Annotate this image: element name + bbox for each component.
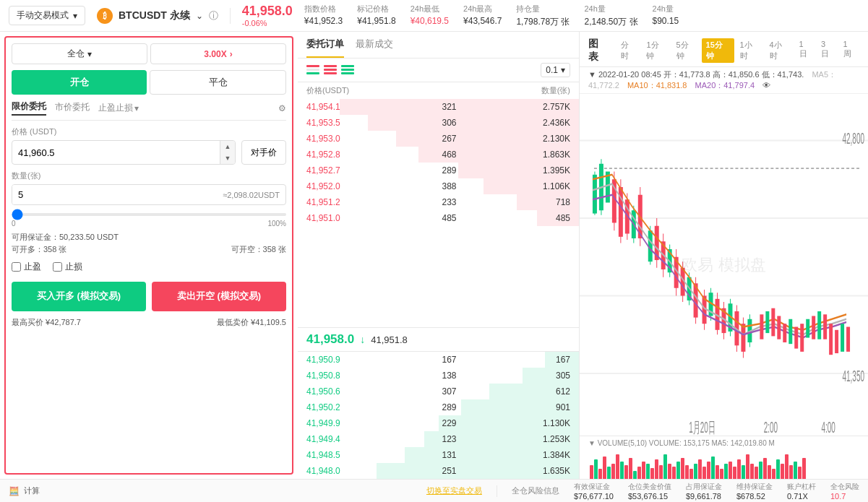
price-decrement-button[interactable]: ▼ bbox=[220, 152, 235, 164]
btc-icon: ₿ bbox=[97, 8, 113, 24]
leverage-button[interactable]: 3.00X › bbox=[150, 43, 286, 64]
mid-price-arrow: ↓ bbox=[360, 334, 365, 345]
volume-bar bbox=[672, 467, 676, 479]
time-btn-3日[interactable]: 3日 bbox=[817, 38, 837, 63]
header-price: 41,958.0 -0.06% bbox=[242, 4, 293, 27]
price-increment-button[interactable]: ▲ bbox=[220, 141, 235, 152]
buy-open-button[interactable]: 买入开多 (模拟交易) bbox=[12, 282, 146, 311]
market-order-tab[interactable]: 市价委托 bbox=[55, 101, 90, 115]
bid-price: 41,949.4 bbox=[306, 433, 357, 446]
recent-trades-tab[interactable]: 最新成交 bbox=[356, 38, 393, 58]
time-btn-分时[interactable]: 分时 bbox=[616, 38, 640, 63]
bid-price: 41,950.9 bbox=[306, 353, 357, 366]
time-btn-1周[interactable]: 1周 bbox=[839, 38, 859, 63]
volume-bar bbox=[637, 467, 641, 479]
open-tab[interactable]: 开仓 bbox=[12, 70, 147, 95]
bid-row[interactable]: 41,950.2 289 901 bbox=[298, 399, 579, 415]
switch-live-link[interactable]: 切换至实盘交易 bbox=[426, 485, 482, 496]
ask-row[interactable]: 41,951.2 233 718 bbox=[298, 194, 579, 210]
svg-rect-60 bbox=[794, 327, 798, 349]
ask-total: 2.757K bbox=[520, 100, 570, 113]
time-btn-5分钟[interactable]: 5分钟 bbox=[672, 38, 700, 63]
chevron-down-icon2[interactable]: ⌄ bbox=[196, 11, 203, 21]
left-top: 全仓 ▾ 3.00X › bbox=[12, 43, 286, 64]
action-buttons: 买入开多 (模拟交易) 卖出开空 (模拟交易) bbox=[12, 282, 286, 311]
chevron-right-icon: › bbox=[230, 49, 233, 59]
stop-order-tab[interactable]: 止盈止损 ▾ bbox=[98, 102, 139, 114]
svg-text:41,350: 41,350 bbox=[843, 368, 864, 385]
ask-row[interactable]: 41,953.5 306 2.436K bbox=[298, 115, 579, 131]
order-type-tabs: 限价委托 市价委托 止盈止损 ▾ ⚙ bbox=[12, 100, 286, 121]
bid-row[interactable]: 41,950.9 167 167 bbox=[298, 352, 579, 368]
tp-checkbox[interactable] bbox=[12, 262, 21, 272]
book-view-asks-icon[interactable] bbox=[324, 65, 337, 75]
svg-rect-62 bbox=[806, 319, 809, 338]
sell-open-button[interactable]: 卖出开空 (模拟交易) bbox=[152, 282, 286, 311]
ask-row[interactable]: 41,952.8 468 1.863K bbox=[298, 147, 579, 163]
time-btn-1小时[interactable]: 1小时 bbox=[736, 38, 764, 63]
delegate-order-tab[interactable]: 委托订单 bbox=[306, 38, 344, 58]
qty-input[interactable] bbox=[12, 185, 217, 204]
eye-icon[interactable]: 👁 bbox=[762, 81, 770, 90]
volume-bar bbox=[594, 459, 598, 479]
bid-row[interactable]: 41,949.9 229 1.130K bbox=[298, 415, 579, 431]
volume-bar bbox=[607, 467, 611, 479]
bid-row[interactable]: 41,950.6 307 612 bbox=[298, 384, 579, 399]
svg-rect-56 bbox=[771, 308, 775, 337]
bid-row[interactable]: 41,948.5 131 1.384K bbox=[298, 447, 579, 463]
qty-slider[interactable] bbox=[12, 213, 286, 216]
time-btn-15分钟[interactable]: 15分钟 bbox=[702, 38, 734, 63]
bid-row[interactable]: 41,950.8 138 305 bbox=[298, 368, 579, 384]
symbol-name: BTCUSDT 永续 bbox=[119, 9, 190, 22]
volume-bar bbox=[616, 454, 619, 479]
calculator-icon[interactable]: 🧮 bbox=[9, 486, 20, 496]
sl-checkbox-label[interactable]: 止损 bbox=[53, 261, 82, 273]
price-input[interactable] bbox=[12, 143, 220, 163]
margin-type-selector[interactable]: 全仓 ▾ bbox=[12, 43, 147, 64]
limit-order-tab[interactable]: 限价委托 bbox=[12, 100, 46, 116]
ask-row[interactable]: 41,951.0 485 485 bbox=[298, 210, 579, 226]
ask-price: 41,954.1 bbox=[306, 100, 357, 113]
volume-bar bbox=[694, 464, 697, 479]
sl-checkbox[interactable] bbox=[53, 262, 62, 272]
bid-row[interactable]: 41,948.0 251 1.635K bbox=[298, 463, 579, 479]
mode-selector[interactable]: 手动交易模式 ▾ bbox=[9, 6, 85, 25]
precision-selector[interactable]: 0.1 ▾ bbox=[541, 63, 570, 77]
account-lever-value: 0.71X bbox=[787, 492, 816, 501]
bid-qty: 307 bbox=[421, 385, 457, 398]
bottom-left-area: 🧮 计算 bbox=[9, 485, 40, 496]
ask-qty: 321 bbox=[421, 100, 457, 113]
close-tab[interactable]: 平仓 bbox=[150, 70, 286, 95]
svg-rect-57 bbox=[777, 316, 781, 339]
stat-oi-label: 持仓量 bbox=[516, 4, 570, 14]
settings-icon[interactable]: ⚙ bbox=[278, 103, 286, 113]
stat-vol-label: 24h量 bbox=[584, 4, 637, 14]
volume-bar bbox=[633, 471, 637, 479]
available-info: 可用保证金：50,233.50 USDT bbox=[12, 232, 286, 243]
volume-bar bbox=[768, 465, 771, 479]
time-btn-4小时[interactable]: 4小时 bbox=[765, 38, 794, 63]
volume-bar bbox=[707, 462, 710, 479]
risk-label: 全仓风险信息 bbox=[512, 485, 559, 496]
book-view-all-icon[interactable] bbox=[306, 65, 319, 75]
bid-row[interactable]: 41,949.4 123 1.253K bbox=[298, 431, 579, 447]
time-btn-1日[interactable]: 1日 bbox=[795, 38, 815, 63]
bid-qty: 289 bbox=[421, 401, 457, 414]
tp-checkbox-label[interactable]: 止盈 bbox=[12, 261, 41, 273]
ask-row[interactable]: 41,952.7 289 1.395K bbox=[298, 163, 579, 178]
counter-price-button[interactable]: 对手价 bbox=[241, 140, 286, 165]
ask-qty: 388 bbox=[421, 180, 457, 193]
info-icon[interactable]: ⓘ bbox=[209, 9, 218, 22]
chart-canvas: 42,800 41,350 bbox=[580, 94, 868, 436]
qty-slider-row: 0 100% bbox=[12, 208, 286, 228]
ask-row[interactable]: 41,954.1 321 2.757K bbox=[298, 99, 579, 115]
used-margin-value: $9,661.78 bbox=[686, 492, 722, 501]
stat-high: 24h最高 ¥43,546.7 bbox=[463, 4, 502, 28]
ask-row[interactable]: 41,953.0 267 2.130K bbox=[298, 131, 579, 147]
book-view-bids-icon[interactable] bbox=[341, 65, 354, 75]
time-btn-1分钟[interactable]: 1分钟 bbox=[642, 38, 670, 63]
price-input-row: ▲ ▼ 对手价 bbox=[12, 140, 286, 165]
ask-row[interactable]: 41,952.0 388 1.106K bbox=[298, 178, 579, 194]
volume-bar bbox=[646, 464, 650, 479]
qty-field-label: 数量(张) bbox=[12, 170, 286, 181]
